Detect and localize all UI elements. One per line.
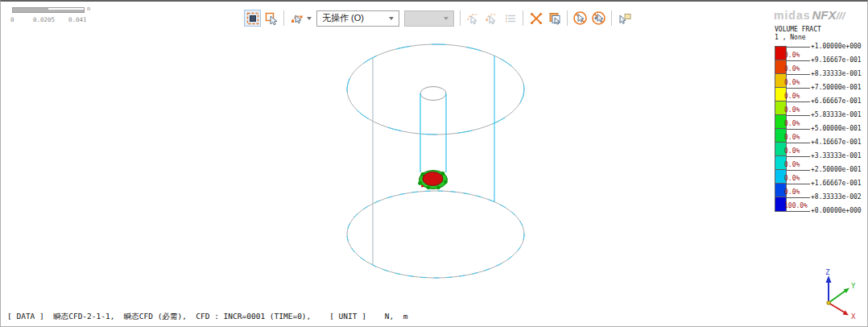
cylinder-top-edge (347, 44, 524, 135)
legend-percent: 0.0% (784, 93, 800, 100)
legend-percent: 0.0% (784, 106, 800, 114)
legend-row: +0.00000e+000 (775, 211, 866, 212)
scale-tick-2: 0.041 (68, 16, 87, 23)
z-axis-arrow (826, 275, 832, 283)
deselect-all-button[interactable] (527, 10, 544, 27)
cylinder-bottom-edge (347, 191, 524, 278)
select-window-button[interactable] (546, 10, 563, 27)
legend-tick (787, 74, 810, 75)
y-axis-label: Y (851, 282, 856, 290)
status-bar: [ DATA ] 瞬态CFD-2-1-1, 瞬态CFD (必需), CFD : … (7, 312, 407, 322)
selection-toolbar: 无操作 (O) (243, 9, 634, 27)
filter-pick-dropdown-caret[interactable] (307, 17, 312, 20)
legend-percent: 0.0% (784, 188, 800, 196)
logo-slashes: /// (836, 10, 845, 22)
midas-nfx-post-window: m 0 0.0205 0.041 (0, 0, 868, 327)
deselect-all-icon (529, 11, 544, 26)
filter-pick-button[interactable] (288, 10, 305, 27)
pick-disable-icon (572, 10, 588, 26)
legend-tick (787, 170, 810, 171)
legend-value: +1.66667e-001 (811, 180, 862, 187)
legend-value: +8.33333e-002 (811, 193, 862, 201)
y-axis (829, 291, 845, 303)
filter-pick-icon (290, 11, 304, 26)
legend-tick (787, 211, 810, 212)
legend-value: +2.50000e-001 (811, 166, 862, 173)
legend-percent: 0.0% (784, 147, 800, 155)
legend-percent: 0.0% (784, 134, 800, 141)
pick-edge-add-icon (485, 11, 499, 26)
legend-value: +6.66667e-001 (811, 97, 862, 105)
pick-list-button[interactable] (502, 10, 519, 27)
legend-percent: 0.0% (784, 79, 800, 86)
pick-edge-icon (466, 11, 481, 26)
x-axis-label: X (851, 313, 856, 321)
model-viewport[interactable] (1, 2, 868, 327)
legend-scale: +1.00000e+0000.0%+9.16667e-0010.0%+8.333… (775, 47, 866, 212)
legend-tick (787, 47, 810, 48)
fluid-blob (418, 171, 448, 190)
legend-value: +5.00000e-001 (811, 125, 862, 132)
pick-disable-add-icon (591, 10, 606, 26)
legend-value: +7.50000e-001 (811, 84, 862, 91)
legend-value: +4.16667e-001 (811, 139, 862, 146)
midas-nfx-logo: midasNFX/// (774, 8, 866, 24)
x-axis (829, 303, 845, 313)
contour-legend: VOLUME FRACT 1 , None +1.00000e+0000.0%+… (775, 26, 866, 212)
legend-tick (787, 129, 810, 130)
fit-snapshot-icon (246, 11, 260, 26)
pick-edge-button[interactable] (465, 10, 482, 27)
cylinder-bottom-edge-cyan (347, 191, 524, 278)
action-combobox-value: 无操作 (O) (317, 12, 389, 24)
coordinate-triad: Z Y X (808, 267, 866, 327)
scale-tick-1: 0.0205 (33, 16, 55, 23)
legend-percent: 0.0% (784, 52, 800, 59)
legend-tick (787, 143, 810, 143)
legend-value: +1.00000e+000 (811, 43, 862, 50)
legend-tick (787, 88, 810, 89)
legend-tick (787, 101, 810, 102)
legend-tick (787, 60, 810, 61)
legend-percent: 0.0% (784, 120, 800, 127)
legend-value: +3.33333e-001 (811, 152, 862, 159)
probe-icon (618, 11, 632, 26)
legend-percent: 0.0% (784, 161, 800, 168)
pick-cursor-icon (264, 11, 279, 26)
probe-button[interactable] (616, 10, 633, 27)
legend-percent: 0.0% (784, 65, 800, 72)
pick-disable-button[interactable] (572, 10, 589, 27)
legend-tick (787, 156, 810, 157)
legend-percent: 0.0% (784, 175, 800, 182)
chevron-down-icon (444, 17, 448, 20)
chevron-down-icon (389, 17, 394, 20)
logo-brand-text: midas (774, 9, 810, 22)
legend-value: +5.83333e-001 (811, 111, 862, 118)
legend-subtitle: 1 , None (775, 34, 866, 42)
select-window-icon (548, 11, 562, 26)
legend-tick (787, 184, 810, 184)
legend-tick (787, 197, 810, 198)
legend-tick (787, 115, 810, 116)
logo-product-text: NFX (812, 8, 836, 22)
scale-ruler-bar (12, 7, 85, 13)
pick-list-icon (504, 12, 517, 25)
legend-percent: 100.0% (784, 202, 808, 209)
legend-value: +0.00000e+000 (811, 207, 862, 214)
view-scale-ruler: m 0 0.0205 0.041 (12, 6, 109, 26)
scale-unit-label: m (87, 6, 90, 12)
fit-snapshot-button[interactable] (244, 10, 261, 27)
legend-title: VOLUME FRACT (775, 26, 866, 34)
tube-top-edge (420, 87, 446, 101)
cylinder-top-edge-cyan (347, 44, 524, 135)
legend-value: +8.33333e-001 (811, 70, 862, 77)
scale-tick-0: 0 (10, 16, 14, 23)
pick-edge-add-button[interactable] (483, 10, 500, 27)
action-combobox[interactable]: 无操作 (O) (316, 10, 399, 27)
target-combobox[interactable] (404, 10, 454, 27)
triad-origin (827, 301, 830, 304)
z-axis-label: Z (825, 268, 830, 276)
pick-disable-add-button[interactable] (590, 10, 607, 27)
pick-cursor-button[interactable] (262, 10, 279, 27)
legend-value: +9.16667e-001 (811, 56, 862, 64)
